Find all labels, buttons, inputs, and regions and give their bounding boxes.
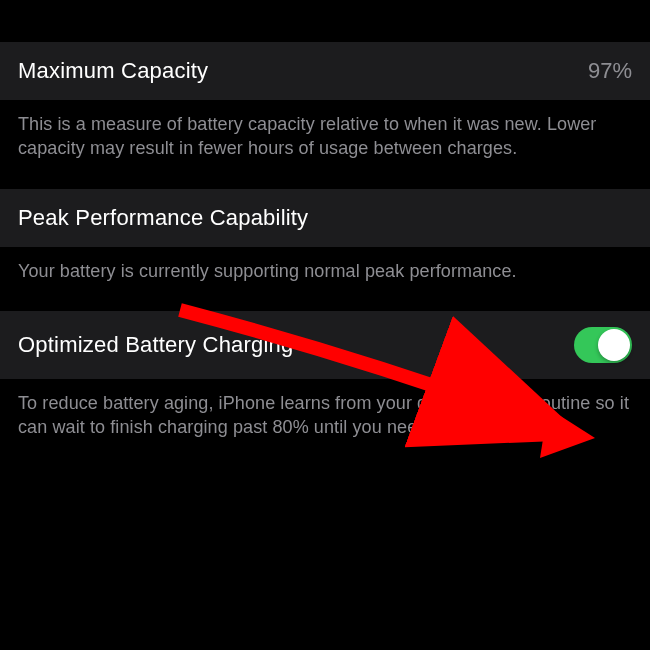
peak-performance-description: Your battery is currently supporting nor… xyxy=(0,247,650,311)
maximum-capacity-description: This is a measure of battery capacity re… xyxy=(0,100,650,189)
maximum-capacity-row[interactable]: Maximum Capacity 97% xyxy=(0,42,650,100)
optimized-charging-label: Optimized Battery Charging xyxy=(18,332,293,358)
peak-performance-row[interactable]: Peak Performance Capability xyxy=(0,189,650,247)
optimized-charging-toggle[interactable] xyxy=(574,327,632,363)
maximum-capacity-value: 97% xyxy=(588,58,632,84)
toggle-knob xyxy=(598,329,630,361)
peak-performance-label: Peak Performance Capability xyxy=(18,205,308,231)
settings-list: Maximum Capacity 97% This is a measure o… xyxy=(0,0,650,467)
optimized-charging-description: To reduce battery aging, iPhone learns f… xyxy=(0,379,650,468)
maximum-capacity-label: Maximum Capacity xyxy=(18,58,208,84)
optimized-charging-row[interactable]: Optimized Battery Charging xyxy=(0,311,650,379)
